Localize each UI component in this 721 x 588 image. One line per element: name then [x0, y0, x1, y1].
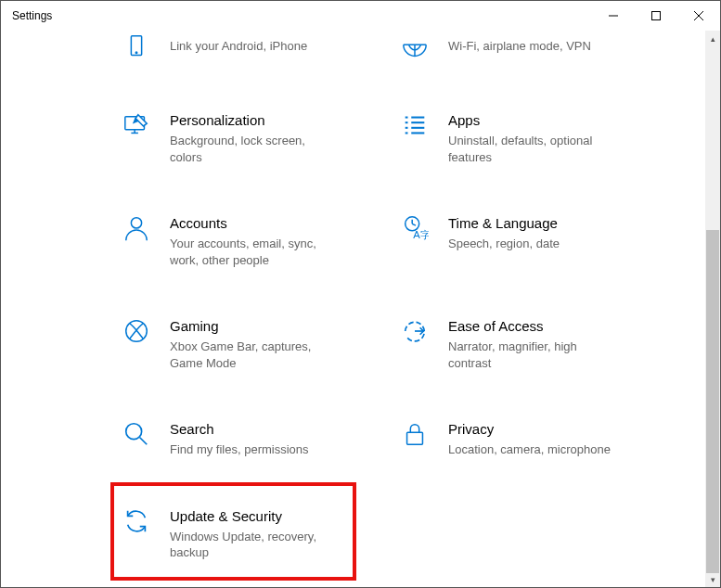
tile-accounts[interactable]: Accounts Your accounts, email, sync, wor…: [122, 211, 381, 270]
tile-desc: Link your Android, iPhone: [170, 38, 337, 55]
tile-privacy[interactable]: Privacy Location, camera, microphone: [400, 417, 660, 460]
globe-icon: [400, 32, 430, 62]
search-icon: [122, 419, 151, 449]
tile-title: Accounts: [170, 215, 381, 232]
tile-text: Personalization Background, lock screen,…: [170, 110, 381, 165]
vertical-scrollbar[interactable]: ▴ ▾: [704, 31, 720, 587]
window-controls: [592, 1, 720, 31]
tile-text: Ease of Access Narrator, magnifier, high…: [448, 316, 660, 371]
svg-point-19: [131, 218, 141, 228]
tile-title: Search: [170, 421, 381, 438]
tile-desc: Location, camera, microphone: [448, 441, 615, 458]
tile-text: Time & Language Speech, region, date: [448, 213, 660, 252]
tile-update-security[interactable]: Update & Security Windows Update, recove…: [122, 505, 381, 563]
tile-search[interactable]: Search Find my files, permissions: [122, 417, 381, 460]
tile-text: Gaming Xbox Game Bar, captures, Game Mod…: [170, 316, 381, 371]
apps-list-icon: [400, 110, 430, 140]
tile-text: Privacy Location, camera, microphone: [448, 419, 660, 458]
tile-apps[interactable]: Apps Uninstall, defaults, optional featu…: [400, 109, 660, 167]
tile-desc: Background, lock screen, colors: [170, 133, 337, 165]
tile-title: Gaming: [170, 318, 381, 335]
tile-text: Apps Uninstall, defaults, optional featu…: [448, 110, 660, 165]
xbox-icon: [122, 316, 151, 346]
titlebar: Settings: [1, 1, 720, 31]
tile-personalization[interactable]: Personalization Background, lock screen,…: [122, 109, 381, 167]
tile-title: Ease of Access: [448, 318, 660, 335]
svg-rect-28: [407, 432, 423, 444]
tile-title: Time & Language: [448, 215, 660, 232]
tile-text: Accounts Your accounts, email, sync, wor…: [170, 213, 381, 268]
tile-title: Personalization: [170, 112, 381, 129]
svg-line-22: [412, 224, 416, 225]
tile-desc: Wi-Fi, airplane mode, VPN: [448, 38, 615, 55]
phone-icon: [122, 32, 151, 62]
tile-gaming[interactable]: Gaming Xbox Game Bar, captures, Game Mod…: [122, 314, 381, 373]
svg-point-5: [135, 52, 137, 54]
minimize-button[interactable]: [592, 1, 635, 31]
scroll-up-arrow[interactable]: ▴: [705, 31, 720, 46]
tile-desc: Find my files, permissions: [170, 441, 337, 458]
tile-title: Privacy: [448, 421, 660, 438]
scrollbar-thumb[interactable]: [706, 230, 719, 573]
svg-rect-1: [652, 12, 661, 20]
tile-desc: Uninstall, defaults, optional features: [448, 133, 615, 165]
svg-line-27: [140, 438, 148, 445]
tile-desc: Your accounts, email, sync, work, other …: [170, 236, 337, 268]
tile-title: Apps: [448, 112, 660, 129]
tile-text: Link your Android, iPhone: [170, 32, 381, 55]
tile-text: Search Find my files, permissions: [170, 419, 381, 458]
tile-desc: Narrator, magnifier, high contrast: [448, 339, 615, 371]
tile-desc: Windows Update, recovery, backup: [170, 529, 337, 561]
tile-desc: Speech, region, date: [448, 236, 615, 252]
lock-icon: [400, 419, 430, 449]
clock-language-icon: A字: [400, 213, 430, 243]
ease-of-access-icon: [400, 316, 430, 346]
scroll-down-arrow[interactable]: ▾: [705, 571, 720, 587]
svg-point-26: [126, 424, 142, 440]
sync-icon: [122, 506, 151, 536]
svg-text:A字: A字: [413, 229, 429, 240]
maximize-button[interactable]: [635, 1, 677, 31]
tile-desc: Xbox Game Bar, captures, Game Mode: [170, 339, 337, 371]
tile-time-language[interactable]: A字 Time & Language Speech, region, date: [400, 211, 660, 270]
tile-network[interactable]: Wi-Fi, airplane mode, VPN: [400, 31, 660, 64]
content-area: Link your Android, iPhone Wi-Fi, airplan…: [1, 31, 720, 587]
settings-grid: Link your Android, iPhone Wi-Fi, airplan…: [1, 31, 720, 587]
paintbrush-monitor-icon: [122, 110, 151, 140]
person-icon: [122, 213, 151, 243]
close-button[interactable]: [677, 1, 720, 31]
tile-title: Update & Security: [170, 508, 381, 525]
tile-text: Update & Security Windows Update, recove…: [170, 506, 381, 561]
window-title: Settings: [12, 9, 52, 22]
tile-text: Wi-Fi, airplane mode, VPN: [448, 32, 660, 55]
tile-ease-of-access[interactable]: Ease of Access Narrator, magnifier, high…: [400, 314, 660, 373]
tile-phone[interactable]: Link your Android, iPhone: [122, 31, 381, 64]
